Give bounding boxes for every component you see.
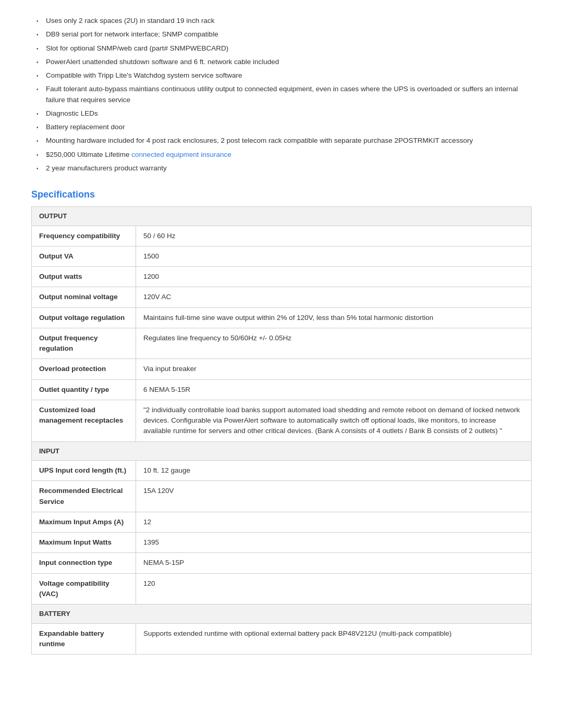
row-value: 1395: [136, 533, 532, 553]
input-header-label: INPUT: [32, 441, 532, 461]
row-label: Output voltage regulation: [32, 307, 136, 328]
row-value: Maintains full-time sine wave output wit…: [136, 307, 532, 328]
table-row: Frequency compatibility 50 / 60 Hz: [32, 226, 532, 246]
table-row: Output watts 1200: [32, 267, 532, 287]
input-section-header: INPUT: [32, 441, 532, 461]
row-value: 6 NEMA 5-15R: [136, 379, 532, 400]
row-value: 1200: [136, 267, 532, 287]
row-value: Supports extended runtime with optional …: [136, 623, 532, 655]
table-row: UPS Input cord length (ft.) 10 ft. 12 ga…: [32, 461, 532, 481]
table-row: Voltage compatibility (VAC) 120: [32, 573, 532, 604]
row-value: Via input breaker: [136, 359, 532, 379]
bullet-item: $250,000 Ultimate Lifetime connected equ…: [36, 150, 532, 160]
row-label: Voltage compatibility (VAC): [32, 573, 136, 604]
row-label: Customized load management receptacles: [32, 400, 136, 441]
table-row: Outlet quantity / type 6 NEMA 5-15R: [32, 379, 532, 400]
row-label: Input connection type: [32, 553, 136, 573]
row-label: Output frequency regulation: [32, 328, 136, 359]
row-label: Recommended Electrical Service: [32, 481, 136, 512]
bullet-item: Mounting hardware included for 4 post ra…: [36, 135, 532, 146]
row-value: Regulates line frequency to 50/60Hz +/- …: [136, 328, 532, 359]
bullet-item: DB9 serial port for network interface; S…: [36, 29, 532, 40]
section-title: Specifications: [31, 189, 532, 200]
table-row: Output frequency regulation Regulates li…: [32, 328, 532, 359]
table-row: Input connection type NEMA 5-15P: [32, 553, 532, 573]
table-row: Maximum Input Watts 1395: [32, 533, 532, 553]
table-row: Overload protection Via input breaker: [32, 359, 532, 379]
battery-section-header: BATTERY: [32, 604, 532, 624]
bullet-item: Slot for optional SNMP/web card (part# S…: [36, 43, 532, 54]
bullet-item: 2 year manufacturers product warranty: [36, 163, 532, 174]
table-row: Maximum Input Amps (A) 12: [32, 512, 532, 532]
row-label: Outlet quantity / type: [32, 379, 136, 400]
table-row: Expandable battery runtime Supports exte…: [32, 623, 532, 655]
row-value: "2 individually controllable load banks …: [136, 400, 532, 441]
row-label: Maximum Input Watts: [32, 533, 136, 553]
row-label: Output watts: [32, 267, 136, 287]
row-value: 120V AC: [136, 287, 532, 307]
row-label: Output VA: [32, 246, 136, 266]
bullet-item: Uses only 2 rack spaces (2U) in standard…: [36, 16, 532, 26]
bullet-item: Battery replacement door: [36, 122, 532, 132]
table-row: Output VA 1500: [32, 246, 532, 266]
bullet-item: Compatible with Tripp Lite's Watchdog sy…: [36, 70, 532, 81]
row-value: 12: [136, 512, 532, 532]
row-label: Overload protection: [32, 359, 136, 379]
output-section-header: OUTPUT: [32, 207, 532, 226]
row-value: 50 / 60 Hz: [136, 226, 532, 246]
row-value: 15A 120V: [136, 481, 532, 512]
feature-list: Uses only 2 rack spaces (2U) in standard…: [31, 16, 532, 174]
table-row: Customized load management receptacles "…: [32, 400, 532, 441]
row-value: NEMA 5-15P: [136, 553, 532, 573]
row-label: UPS Input cord length (ft.): [32, 461, 136, 481]
table-row: Output voltage regulation Maintains full…: [32, 307, 532, 328]
row-label: Frequency compatibility: [32, 226, 136, 246]
insurance-link[interactable]: connected equipment insurance: [131, 151, 231, 158]
output-header-label: OUTPUT: [32, 207, 532, 226]
battery-header-label: BATTERY: [32, 604, 532, 624]
row-label: Output nominal voltage: [32, 287, 136, 307]
bullet-item: Diagnostic LEDs: [36, 108, 532, 119]
table-row: Output nominal voltage 120V AC: [32, 287, 532, 307]
row-label: Expandable battery runtime: [32, 623, 136, 655]
table-row: Recommended Electrical Service 15A 120V: [32, 481, 532, 512]
row-value: 1500: [136, 246, 532, 266]
bullet-item: PowerAlert unattended shutdown software …: [36, 57, 532, 67]
row-value: 120: [136, 573, 532, 604]
row-value: 10 ft. 12 gauge: [136, 461, 532, 481]
row-label: Maximum Input Amps (A): [32, 512, 136, 532]
specs-table: OUTPUT Frequency compatibility 50 / 60 H…: [31, 206, 532, 655]
bullet-item: Fault tolerant auto-bypass maintians con…: [36, 84, 532, 105]
